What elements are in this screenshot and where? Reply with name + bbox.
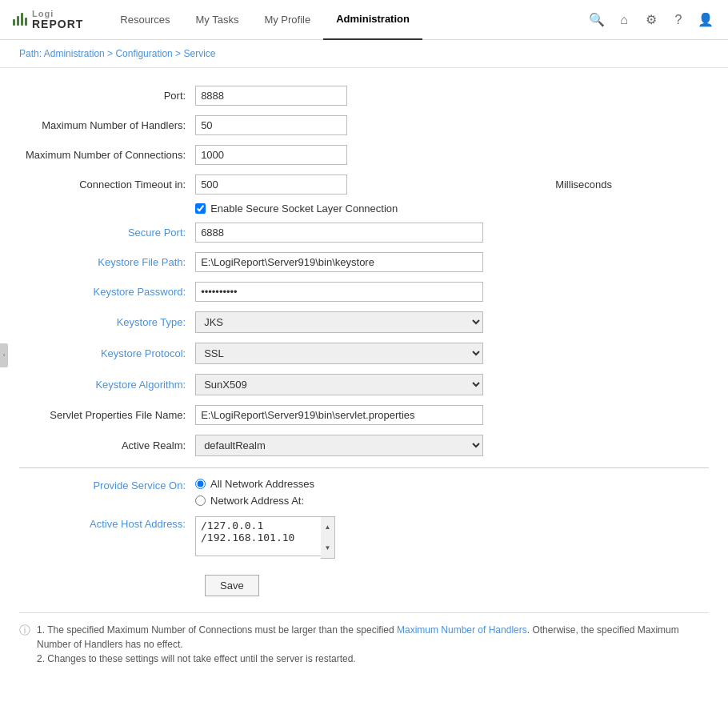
info-icon: ⓘ [19, 624, 30, 638]
header: Logi REPORT Resources My Tasks My Profil… [0, 0, 728, 40]
section-divider [19, 467, 709, 468]
keystore-path-cell [195, 247, 709, 277]
logo-report: REPORT [32, 18, 83, 30]
active-host-textarea[interactable]: /127.0.0.1 /192.168.101.10 [195, 516, 335, 556]
radio-all-label: All Network Addresses [210, 478, 314, 490]
radio-section: Provide Service On: All Network Addresse… [19, 478, 709, 507]
max-handlers-cell [195, 110, 542, 140]
keystore-type-row: Keystore Type: JKS PKCS12 [19, 307, 709, 338]
logo-icon [13, 13, 27, 26]
ssl-label-text: Enable Secure Socket Layer Connection [210, 203, 398, 215]
logo-bar-2 [17, 16, 19, 26]
conn-timeout-input[interactable] [195, 174, 347, 195]
keystore-type-label: Keystore Type: [19, 307, 195, 338]
keystore-algorithm-cell: SunX509 IbmX509 [195, 369, 709, 400]
form-table: Port: Maximum Number of Handlers: Maximu… [19, 81, 709, 461]
scroll-up-btn[interactable]: ▲ [321, 517, 334, 538]
logo-bar-1 [13, 19, 15, 26]
header-icons: 🔍 ⌂ ⚙ ? 👤 [587, 10, 715, 30]
radio-all-input[interactable] [195, 479, 206, 489]
save-button[interactable]: Save [205, 575, 259, 596]
logo-bar-4 [25, 18, 27, 26]
port-label: Port: [19, 81, 195, 110]
radio-options: All Network Addresses Network Address At… [195, 478, 314, 507]
keystore-algorithm-row: Keystore Algorithm: SunX509 IbmX509 [19, 369, 709, 400]
keystore-protocol-row: Keystore Protocol: SSL TLS [19, 338, 709, 369]
servlet-props-row: Servlet Properties File Name: [19, 400, 709, 430]
note1-start: 1. The specified Maximum Number of Conne… [37, 624, 397, 636]
keystore-path-input[interactable] [195, 252, 483, 272]
note1-link: Maximum Number of Handlers [397, 624, 527, 636]
max-handlers-row: Maximum Number of Handlers: [19, 110, 709, 140]
ssl-checkbox[interactable] [195, 203, 206, 214]
secure-port-cell [195, 218, 709, 247]
breadcrumb-prefix: Path: [19, 48, 44, 59]
port-input[interactable] [195, 86, 347, 106]
secure-port-label: Secure Port: [19, 218, 195, 247]
keystore-protocol-label: Keystore Protocol: [19, 338, 195, 369]
radio-all-addresses[interactable]: All Network Addresses [195, 478, 314, 490]
max-connections-cell [195, 140, 542, 170]
active-realm-label: Active Realm: [19, 430, 195, 461]
keystore-password-input[interactable] [195, 282, 483, 302]
keystore-algorithm-label: Keystore Algorithm: [19, 369, 195, 400]
scroll-down-btn[interactable]: ▼ [321, 538, 334, 559]
radio-network-address[interactable]: Network Address At: [195, 495, 314, 507]
help-icon[interactable]: ? [669, 10, 688, 30]
conn-timeout-unit: Milliseconds [555, 179, 612, 191]
provide-service-row: Provide Service On: All Network Addresse… [19, 478, 709, 507]
active-realm-cell: defaultRealm [195, 430, 709, 461]
max-handlers-label: Maximum Number of Handlers: [19, 110, 195, 140]
active-realm-select[interactable]: defaultRealm [195, 435, 483, 456]
note2: 2. Changes to these settings will not ta… [37, 652, 709, 666]
note1: 1. The specified Maximum Number of Conne… [37, 623, 709, 652]
max-handlers-input[interactable] [195, 115, 347, 135]
keystore-path-label: Keystore File Path: [19, 247, 195, 277]
ssl-row: Enable Secure Socket Layer Connection [19, 199, 709, 218]
conn-timeout-cell [195, 170, 542, 199]
main-nav: Resources My Tasks My Profile Administra… [107, 0, 587, 40]
main-content: Port: Maximum Number of Handlers: Maximu… [0, 68, 728, 682]
radio-network-input[interactable] [195, 495, 206, 506]
nav-my-tasks[interactable]: My Tasks [182, 0, 251, 40]
conn-timeout-label: Connection Timeout in: [19, 170, 195, 199]
keystore-type-select[interactable]: JKS PKCS12 [195, 311, 483, 333]
conn-timeout-row: Connection Timeout in: Milliseconds [19, 170, 709, 199]
nav-resources[interactable]: Resources [107, 0, 182, 40]
active-host-row: Active Host Address: /127.0.0.1 /192.168… [19, 516, 709, 559]
active-realm-row: Active Realm: defaultRealm [19, 430, 709, 461]
gear-icon[interactable]: ⚙ [642, 10, 661, 30]
logo: Logi REPORT [13, 9, 83, 30]
logo-text: Logi REPORT [32, 9, 83, 30]
secure-port-input[interactable] [195, 223, 483, 243]
keystore-password-label: Keystore Password: [19, 277, 195, 307]
logo-bar-3 [21, 13, 23, 26]
nav-my-profile[interactable]: My Profile [251, 0, 323, 40]
keystore-password-row: Keystore Password: [19, 277, 709, 307]
notes-section: ⓘ 1. The specified Maximum Number of Con… [19, 612, 709, 666]
secure-port-row: Secure Port: [19, 218, 709, 247]
notes-row: ⓘ 1. The specified Maximum Number of Con… [19, 623, 709, 666]
scrollbar: ▲ ▼ [321, 516, 335, 559]
active-host-label: Active Host Address: [19, 516, 195, 530]
nav-administration[interactable]: Administration [323, 0, 422, 40]
keystore-algorithm-select[interactable]: SunX509 IbmX509 [195, 374, 483, 395]
active-host-wrap: /127.0.0.1 /192.168.101.10 ▲ ▼ [195, 516, 335, 559]
max-connections-row: Maximum Number of Connections: [19, 140, 709, 170]
servlet-props-cell [195, 400, 709, 430]
keystore-type-cell: JKS PKCS12 [195, 307, 709, 338]
search-icon[interactable]: 🔍 [587, 10, 606, 30]
keystore-protocol-cell: SSL TLS [195, 338, 709, 369]
servlet-props-label: Servlet Properties File Name: [19, 400, 195, 430]
sidebar-toggle[interactable]: › [0, 343, 8, 367]
keystore-protocol-select[interactable]: SSL TLS [195, 343, 483, 364]
provide-service-label: Provide Service On: [19, 478, 195, 491]
keystore-path-row: Keystore File Path: [19, 247, 709, 277]
servlet-props-input[interactable] [195, 405, 483, 425]
home-icon[interactable]: ⌂ [614, 10, 634, 30]
ssl-checkbox-label[interactable]: Enable Secure Socket Layer Connection [195, 203, 702, 215]
max-connections-input[interactable] [195, 145, 347, 165]
user-icon[interactable]: 👤 [696, 10, 715, 30]
notes-text: 1. The specified Maximum Number of Conne… [37, 623, 709, 666]
port-row: Port: [19, 81, 709, 110]
